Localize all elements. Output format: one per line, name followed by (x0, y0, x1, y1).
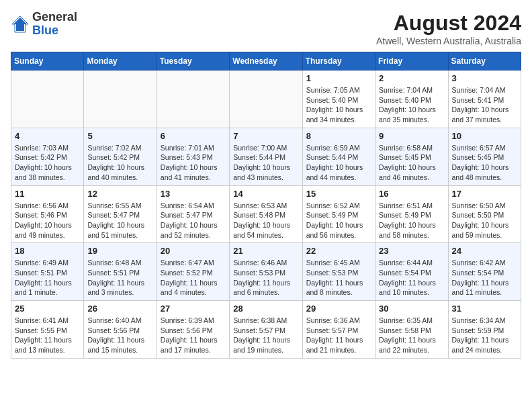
cell-info: Sunrise: 7:04 AM Sunset: 5:40 PM Dayligh… (379, 85, 444, 125)
calendar-cell: 2Sunrise: 7:04 AM Sunset: 5:40 PM Daylig… (375, 71, 448, 128)
calendar-week-3: 11Sunrise: 6:56 AM Sunset: 5:46 PM Dayli… (11, 185, 521, 243)
day-number: 29 (306, 304, 371, 314)
cell-info: Sunrise: 6:59 AM Sunset: 5:44 PM Dayligh… (306, 143, 371, 183)
day-number: 19 (87, 246, 152, 256)
title-block: August 2024 Atwell, Western Australia, A… (376, 11, 521, 46)
calendar-cell (11, 71, 84, 128)
calendar-body: 1Sunrise: 7:05 AM Sunset: 5:40 PM Daylig… (11, 71, 521, 359)
day-number: 21 (233, 246, 298, 256)
day-number: 13 (161, 189, 226, 199)
day-number: 11 (15, 189, 80, 199)
month-year: August 2024 (376, 11, 521, 36)
calendar-cell: 3Sunrise: 7:04 AM Sunset: 5:41 PM Daylig… (448, 71, 521, 128)
day-number: 6 (161, 131, 226, 141)
weekday-header-friday: Friday (375, 52, 448, 71)
day-number: 10 (452, 131, 517, 141)
calendar-header: SundayMondayTuesdayWednesdayThursdayFrid… (11, 52, 521, 71)
page-header: General Blue August 2024 Atwell, Western… (11, 11, 521, 46)
calendar-cell: 5Sunrise: 7:02 AM Sunset: 5:42 PM Daylig… (84, 128, 157, 185)
calendar-cell: 8Sunrise: 6:59 AM Sunset: 5:44 PM Daylig… (302, 128, 375, 185)
weekday-header-tuesday: Tuesday (157, 52, 229, 71)
cell-info: Sunrise: 6:47 AM Sunset: 5:52 PM Dayligh… (161, 258, 226, 298)
day-number: 26 (87, 304, 152, 314)
cell-info: Sunrise: 6:50 AM Sunset: 5:50 PM Dayligh… (452, 201, 517, 240)
weekday-header-row: SundayMondayTuesdayWednesdayThursdayFrid… (11, 52, 521, 71)
day-number: 27 (161, 304, 226, 314)
calendar-cell: 22Sunrise: 6:45 AM Sunset: 5:53 PM Dayli… (302, 243, 375, 301)
calendar-cell: 6Sunrise: 7:01 AM Sunset: 5:43 PM Daylig… (157, 128, 229, 185)
day-number: 3 (452, 73, 517, 83)
calendar-cell: 21Sunrise: 6:46 AM Sunset: 5:53 PM Dayli… (230, 243, 302, 301)
cell-info: Sunrise: 6:55 AM Sunset: 5:47 PM Dayligh… (87, 201, 152, 240)
cell-info: Sunrise: 6:52 AM Sunset: 5:49 PM Dayligh… (306, 201, 371, 240)
day-number: 23 (379, 246, 444, 256)
day-number: 8 (306, 131, 371, 141)
calendar-cell: 10Sunrise: 6:57 AM Sunset: 5:45 PM Dayli… (448, 128, 521, 185)
logo-text: General Blue (32, 11, 77, 38)
calendar-cell: 17Sunrise: 6:50 AM Sunset: 5:50 PM Dayli… (448, 185, 521, 243)
calendar-cell: 31Sunrise: 6:34 AM Sunset: 5:59 PM Dayli… (448, 301, 521, 359)
day-number: 28 (233, 304, 298, 314)
cell-info: Sunrise: 6:41 AM Sunset: 5:55 PM Dayligh… (15, 316, 80, 355)
day-number: 20 (161, 246, 226, 256)
cell-info: Sunrise: 6:38 AM Sunset: 5:57 PM Dayligh… (233, 316, 298, 355)
calendar-cell: 7Sunrise: 7:00 AM Sunset: 5:44 PM Daylig… (230, 128, 302, 185)
cell-info: Sunrise: 6:39 AM Sunset: 5:56 PM Dayligh… (161, 316, 226, 355)
calendar-cell: 29Sunrise: 6:36 AM Sunset: 5:57 PM Dayli… (302, 301, 375, 359)
cell-info: Sunrise: 6:49 AM Sunset: 5:51 PM Dayligh… (15, 258, 80, 298)
calendar-week-4: 18Sunrise: 6:49 AM Sunset: 5:51 PM Dayli… (11, 243, 521, 301)
day-number: 2 (379, 73, 444, 83)
calendar-cell: 16Sunrise: 6:51 AM Sunset: 5:49 PM Dayli… (375, 185, 448, 243)
cell-info: Sunrise: 6:35 AM Sunset: 5:58 PM Dayligh… (379, 316, 444, 355)
location: Atwell, Western Australia, Australia (376, 36, 521, 46)
day-number: 22 (306, 246, 371, 256)
day-number: 24 (452, 246, 517, 256)
cell-info: Sunrise: 7:00 AM Sunset: 5:44 PM Dayligh… (233, 143, 298, 183)
calendar-cell: 28Sunrise: 6:38 AM Sunset: 5:57 PM Dayli… (230, 301, 302, 359)
calendar-cell: 26Sunrise: 6:40 AM Sunset: 5:56 PM Dayli… (84, 301, 157, 359)
cell-info: Sunrise: 6:36 AM Sunset: 5:57 PM Dayligh… (306, 316, 371, 355)
calendar-cell: 20Sunrise: 6:47 AM Sunset: 5:52 PM Dayli… (157, 243, 229, 301)
day-number: 31 (452, 304, 517, 314)
weekday-header-thursday: Thursday (302, 52, 375, 71)
calendar-cell (230, 71, 302, 128)
weekday-header-wednesday: Wednesday (230, 52, 302, 71)
day-number: 16 (379, 189, 444, 199)
cell-info: Sunrise: 6:45 AM Sunset: 5:53 PM Dayligh… (306, 258, 371, 298)
calendar-cell: 30Sunrise: 6:35 AM Sunset: 5:58 PM Dayli… (375, 301, 448, 359)
calendar-cell: 25Sunrise: 6:41 AM Sunset: 5:55 PM Dayli… (11, 301, 84, 359)
calendar-cell (84, 71, 157, 128)
cell-info: Sunrise: 6:54 AM Sunset: 5:47 PM Dayligh… (161, 201, 226, 240)
calendar-cell: 11Sunrise: 6:56 AM Sunset: 5:46 PM Dayli… (11, 185, 84, 243)
calendar-cell: 12Sunrise: 6:55 AM Sunset: 5:47 PM Dayli… (84, 185, 157, 243)
weekday-header-monday: Monday (84, 52, 157, 71)
cell-info: Sunrise: 6:44 AM Sunset: 5:54 PM Dayligh… (379, 258, 444, 298)
calendar-table: SundayMondayTuesdayWednesdayThursdayFrid… (11, 52, 521, 359)
weekday-header-saturday: Saturday (448, 52, 521, 71)
day-number: 12 (87, 189, 152, 199)
calendar-cell: 13Sunrise: 6:54 AM Sunset: 5:47 PM Dayli… (157, 185, 229, 243)
day-number: 7 (233, 131, 298, 141)
day-number: 15 (306, 189, 371, 199)
cell-info: Sunrise: 6:51 AM Sunset: 5:49 PM Dayligh… (379, 201, 444, 240)
calendar-cell: 18Sunrise: 6:49 AM Sunset: 5:51 PM Dayli… (11, 243, 84, 301)
cell-info: Sunrise: 7:05 AM Sunset: 5:40 PM Dayligh… (306, 85, 371, 125)
day-number: 18 (15, 246, 80, 256)
calendar-week-2: 4Sunrise: 7:03 AM Sunset: 5:42 PM Daylig… (11, 128, 521, 185)
calendar-cell: 24Sunrise: 6:42 AM Sunset: 5:54 PM Dayli… (448, 243, 521, 301)
logo: General Blue (11, 11, 77, 38)
cell-info: Sunrise: 7:04 AM Sunset: 5:41 PM Dayligh… (452, 85, 517, 125)
calendar-cell: 27Sunrise: 6:39 AM Sunset: 5:56 PM Dayli… (157, 301, 229, 359)
cell-info: Sunrise: 6:42 AM Sunset: 5:54 PM Dayligh… (452, 258, 517, 298)
calendar-cell: 1Sunrise: 7:05 AM Sunset: 5:40 PM Daylig… (302, 71, 375, 128)
cell-info: Sunrise: 7:03 AM Sunset: 5:42 PM Dayligh… (15, 143, 80, 183)
cell-info: Sunrise: 6:46 AM Sunset: 5:53 PM Dayligh… (233, 258, 298, 298)
day-number: 14 (233, 189, 298, 199)
cell-info: Sunrise: 6:40 AM Sunset: 5:56 PM Dayligh… (87, 316, 152, 355)
logo-icon (11, 15, 30, 34)
day-number: 4 (15, 131, 80, 141)
calendar-cell: 9Sunrise: 6:58 AM Sunset: 5:45 PM Daylig… (375, 128, 448, 185)
calendar-cell: 19Sunrise: 6:48 AM Sunset: 5:51 PM Dayli… (84, 243, 157, 301)
cell-info: Sunrise: 7:02 AM Sunset: 5:42 PM Dayligh… (87, 143, 152, 183)
calendar-cell (157, 71, 229, 128)
